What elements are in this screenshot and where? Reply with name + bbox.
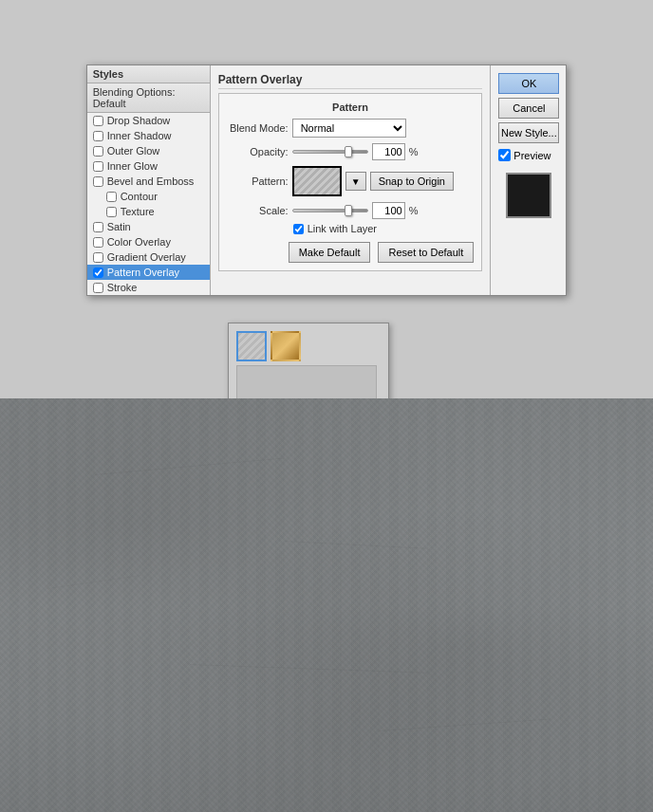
concrete-texture-section bbox=[0, 398, 653, 812]
pattern-thumb-gold[interactable] bbox=[271, 331, 301, 361]
pattern-overlay-content: Pattern Overlay Pattern Blend Mode: Norm… bbox=[211, 65, 491, 295]
blending-options-header[interactable]: Blending Options: Default bbox=[87, 83, 210, 113]
styles-panel: Styles Blending Options: Default Drop Sh… bbox=[87, 65, 211, 295]
style-item-color-overlay[interactable]: Color Overlay bbox=[87, 234, 210, 249]
style-item-outer-glow[interactable]: Outer Glow bbox=[87, 143, 210, 158]
link-layer-checkbox[interactable] bbox=[293, 224, 304, 234]
style-item-label: Inner Shadow bbox=[107, 130, 172, 141]
style-item-label: Pattern Overlay bbox=[107, 267, 179, 278]
style-item-label: Outer Glow bbox=[107, 145, 160, 157]
scale-input[interactable] bbox=[372, 202, 405, 219]
link-layer-label: Link with Layer bbox=[308, 223, 377, 234]
style-item-label: Bevel and Emboss bbox=[107, 175, 195, 187]
blend-mode-label: Blend Mode: bbox=[227, 122, 289, 134]
pattern-row: Pattern: ▼ Snap to Origin bbox=[227, 166, 475, 196]
pattern-thumb-gray[interactable] bbox=[236, 331, 267, 361]
make-default-btn[interactable]: Make Default bbox=[289, 242, 371, 263]
opacity-row: Opacity: % bbox=[227, 143, 475, 160]
checkbox-outer-glow[interactable] bbox=[93, 146, 103, 157]
preview-checkbox[interactable] bbox=[498, 149, 511, 161]
reset-default-btn[interactable]: Reset to Default bbox=[378, 242, 474, 263]
section-title: Pattern Overlay bbox=[218, 73, 483, 89]
preview-swatch bbox=[506, 173, 551, 218]
action-buttons: Make Default Reset to Default bbox=[227, 242, 475, 263]
blend-mode-select[interactable]: Normal Multiply Screen Overlay bbox=[292, 119, 406, 138]
style-item-inner-shadow[interactable]: Inner Shadow bbox=[87, 128, 210, 143]
checkbox-contour[interactable] bbox=[106, 192, 117, 202]
layer-style-dialog: Styles Blending Options: Default Drop Sh… bbox=[86, 65, 568, 296]
checkbox-stroke[interactable] bbox=[93, 283, 103, 293]
pattern-swatch[interactable] bbox=[292, 166, 342, 196]
checkbox-color-overlay[interactable] bbox=[93, 237, 103, 248]
pattern-preview-area: ▼ Snap to Origin bbox=[292, 166, 454, 196]
checkbox-inner-shadow[interactable] bbox=[93, 131, 103, 141]
pattern-thumbnails bbox=[236, 331, 381, 361]
style-item-gradient-overlay[interactable]: Gradient Overlay bbox=[87, 249, 210, 265]
style-item-label: Contour bbox=[121, 191, 158, 202]
preview-label: Preview bbox=[513, 150, 550, 161]
scale-row: Scale: % bbox=[227, 202, 475, 219]
style-item-label: Inner Glow bbox=[107, 160, 158, 172]
opacity-percent: % bbox=[409, 146, 419, 157]
checkbox-gradient-overlay[interactable] bbox=[93, 252, 103, 263]
opacity-label: Opacity: bbox=[227, 146, 289, 157]
style-item-texture[interactable]: Texture bbox=[87, 204, 210, 219]
style-item-label: Satin bbox=[107, 221, 131, 232]
style-item-stroke[interactable]: Stroke bbox=[87, 280, 210, 295]
concrete-overlay bbox=[0, 398, 653, 812]
checkbox-satin[interactable] bbox=[93, 222, 103, 232]
style-item-satin[interactable]: Satin bbox=[87, 219, 210, 234]
snap-to-origin-btn[interactable]: Snap to Origin bbox=[370, 172, 454, 191]
style-item-label: Stroke bbox=[107, 282, 138, 293]
checkbox-drop-shadow[interactable] bbox=[93, 116, 103, 126]
scale-label: Scale: bbox=[227, 205, 289, 216]
style-item-label: Gradient Overlay bbox=[107, 251, 186, 263]
scale-slider[interactable] bbox=[292, 209, 368, 212]
new-style-button[interactable]: New Style... bbox=[498, 122, 559, 143]
pattern-dropdown-btn[interactable]: ▼ bbox=[345, 172, 366, 191]
checkbox-inner-glow[interactable] bbox=[93, 161, 103, 172]
opacity-input[interactable] bbox=[372, 143, 405, 160]
checkbox-bevel-and-emboss[interactable] bbox=[93, 176, 103, 187]
style-item-pattern-overlay[interactable]: Pattern Overlay bbox=[87, 265, 210, 280]
checkbox-pattern-overlay[interactable] bbox=[93, 268, 103, 278]
style-item-contour[interactable]: Contour bbox=[87, 189, 210, 204]
style-item-drop-shadow[interactable]: Drop Shadow bbox=[87, 113, 210, 128]
style-item-label: Drop Shadow bbox=[107, 115, 171, 126]
styles-header: Styles bbox=[87, 65, 210, 83]
pattern-label: Pattern: bbox=[227, 175, 289, 187]
blend-mode-row: Blend Mode: Normal Multiply Screen Overl… bbox=[227, 119, 475, 138]
style-item-label: Color Overlay bbox=[107, 236, 171, 248]
style-item-inner-glow[interactable]: Inner Glow bbox=[87, 158, 210, 174]
right-buttons: OK Cancel New Style... Preview bbox=[490, 65, 566, 295]
checkbox-texture[interactable] bbox=[106, 207, 117, 217]
preview-checkbox-row: Preview bbox=[498, 149, 558, 161]
subsection-title: Pattern bbox=[227, 102, 475, 113]
cancel-button[interactable]: Cancel bbox=[498, 98, 559, 119]
scale-percent: % bbox=[409, 205, 419, 216]
link-layer-row: Link with Layer bbox=[227, 223, 475, 234]
style-item-bevel-and-emboss[interactable]: Bevel and Emboss bbox=[87, 174, 210, 189]
top-section: Styles Blending Options: Default Drop Sh… bbox=[0, 0, 653, 398]
ok-button[interactable]: OK bbox=[498, 73, 559, 94]
style-item-label: Texture bbox=[121, 206, 155, 217]
opacity-slider[interactable] bbox=[292, 150, 368, 154]
concrete-texture bbox=[0, 398, 653, 812]
